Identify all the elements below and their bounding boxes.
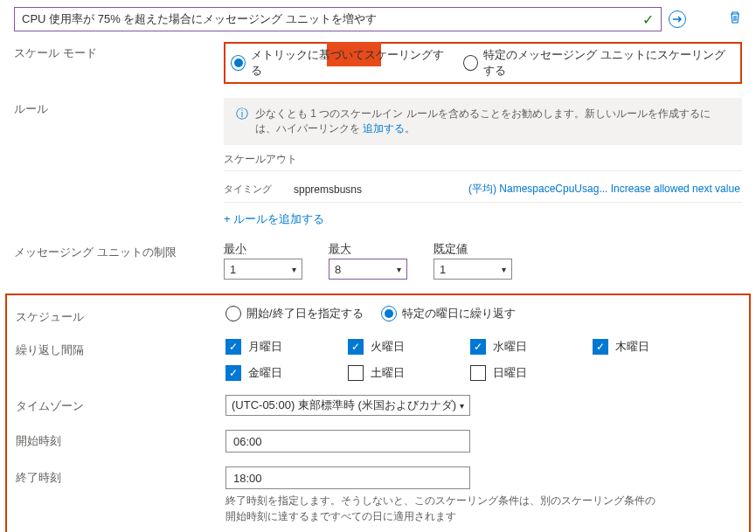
scale-out-header: スケールアウト — [224, 152, 742, 171]
info-icon: ⓘ — [236, 107, 248, 122]
schedule-label: スケジュール — [16, 306, 225, 325]
min-label: 最小 — [224, 241, 302, 257]
schedule-fixed-radio[interactable]: 開始/終了日を指定する — [225, 306, 364, 321]
rules-info-box: ⓘ 少なくとも 1 つのスケールイン ルールを含めることをお勧めします。新しいル… — [224, 98, 742, 145]
scale-rule-row[interactable]: タイミング sppremsbusns (平均) NamespaceCpuUsag… — [224, 176, 742, 203]
default-label: 既定値 — [433, 241, 512, 257]
rule-metric-link[interactable]: (平均) NamespaceCpuUsag... Increase allowe… — [468, 182, 742, 197]
checkbox-thu[interactable]: ✓木曜日 — [593, 339, 680, 355]
schedule-repeat-radio[interactable]: 特定の曜日に繰り返す — [381, 306, 516, 321]
end-time-input[interactable]: 18:00 — [225, 466, 470, 489]
timezone-select[interactable]: (UTC-05:00) 東部標準時 (米国およびカナダ)▾ — [225, 395, 470, 416]
checkbox-fri[interactable]: ✓金曜日 — [225, 365, 313, 381]
default-select[interactable]: 1▾ — [433, 259, 512, 280]
checkbox-sun[interactable]: 日曜日 — [470, 365, 558, 381]
checkbox-mon[interactable]: ✓月曜日 — [225, 339, 313, 355]
min-select[interactable]: 1▾ — [224, 259, 302, 280]
schedule-highlight-box: スケジュール 開始/終了日を指定する 特定の曜日に繰り返す 繰り返し間隔 ✓月曜… — [5, 294, 751, 532]
go-button[interactable] — [669, 10, 686, 28]
repeat-label: 繰り返し間隔 — [16, 339, 225, 358]
max-label: 最大 — [329, 241, 407, 257]
checkbox-wed[interactable]: ✓水曜日 — [470, 339, 558, 355]
scale-mode-label: スケール モード — [14, 42, 224, 61]
add-rule-link[interactable]: + ルールを追加する — [224, 211, 324, 227]
delete-button[interactable] — [693, 10, 742, 28]
start-time-label: 開始時刻 — [16, 430, 225, 449]
start-time-input[interactable]: 06:00 — [225, 430, 470, 453]
rules-label: ルール — [14, 98, 224, 117]
max-select[interactable]: 8▾ — [329, 259, 407, 280]
end-time-helper: 終了時刻を指定します。そうしないと、このスケーリング条件は、別のスケーリング条件… — [225, 493, 740, 524]
rule-namespace: sppremsbusns — [294, 183, 451, 196]
checkbox-tue[interactable]: ✓火曜日 — [348, 339, 435, 355]
check-icon: ✓ — [642, 11, 654, 28]
unit-limits-label: メッセージング ユニットの制限 — [14, 241, 224, 260]
timezone-label: タイムゾーン — [16, 395, 225, 414]
condition-name-input[interactable]: CPU 使用率が 75% を超えた場合にメッセージング ユニットを増やす ✓ — [14, 7, 662, 31]
timing-label: タイミング — [224, 183, 276, 196]
scale-mode-metric-radio[interactable]: メトリックに基づいてスケーリングする — [231, 47, 446, 79]
scale-mode-fixed-radio[interactable]: 特定のメッセージング ユニットにスケーリングする — [463, 47, 735, 79]
checkbox-sat[interactable]: 土曜日 — [348, 365, 435, 381]
end-time-label: 終了時刻 — [16, 466, 225, 486]
add-rule-inline-link[interactable]: 追加する — [363, 122, 405, 135]
